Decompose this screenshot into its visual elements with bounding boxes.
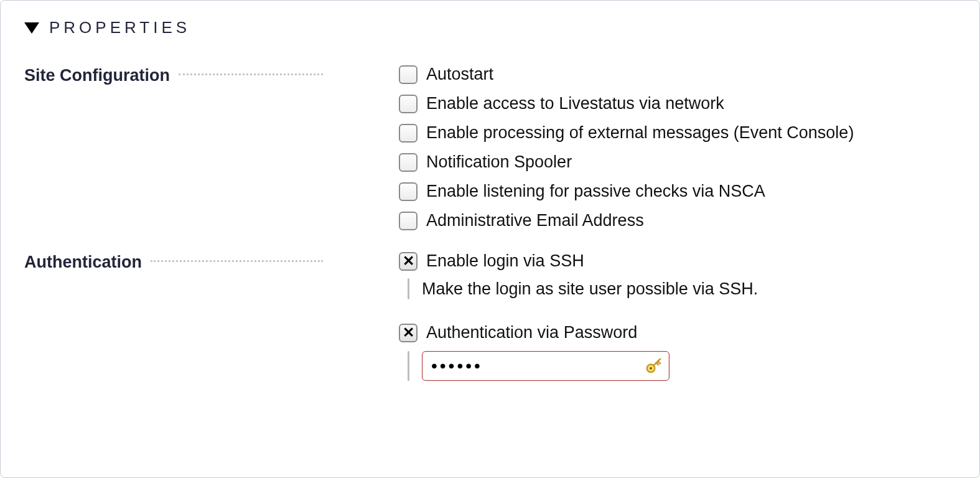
group-label: Site Configuration [24, 65, 323, 85]
option-notification-spooler: Notification Spooler [399, 152, 943, 172]
indent-bar [408, 278, 409, 299]
group-label-text: Authentication [24, 253, 142, 272]
option-label: Enable listening for passive checks via … [426, 182, 765, 201]
checkbox-notification-spooler[interactable] [399, 153, 418, 172]
group-authentication: Authentication ✕ Enable login via SSH Ma… [24, 251, 956, 387]
collapse-triangle-icon[interactable] [24, 22, 39, 34]
option-label: Notification Spooler [426, 152, 572, 172]
ssh-help-line: Make the login as site user possible via… [408, 278, 943, 299]
dotted-leader [151, 260, 323, 262]
checkbox-event-console[interactable] [399, 124, 418, 143]
checkbox-ssh-login[interactable]: ✕ [399, 252, 418, 271]
checkbox-nsca[interactable] [399, 182, 418, 201]
authentication-options: ✕ Enable login via SSH Make the login as… [323, 251, 956, 387]
option-autostart: Autostart [399, 65, 943, 84]
option-nsca: Enable listening for passive checks via … [399, 182, 943, 201]
password-input[interactable] [422, 351, 670, 381]
option-ssh-login: ✕ Enable login via SSH [399, 251, 943, 271]
option-label: Enable processing of external messages (… [426, 123, 854, 143]
section-title: PROPERTIES [49, 18, 190, 37]
password-input-line [408, 350, 943, 382]
site-config-options: Autostart Enable access to Livestatus vi… [323, 65, 956, 230]
checkbox-livestatus[interactable] [399, 95, 418, 113]
option-auth-password: ✕ Authentication via Password [399, 323, 943, 342]
indent-bar [408, 351, 409, 381]
dotted-leader [179, 73, 323, 75]
group-site-configuration: Site Configuration Autostart Enable acce… [24, 65, 956, 230]
properties-panel: PROPERTIES Site Configuration Autostart … [0, 0, 980, 478]
option-label: Enable login via SSH [426, 251, 584, 271]
option-label: Authentication via Password [426, 323, 637, 342]
option-event-console: Enable processing of external messages (… [399, 123, 943, 143]
option-livestatus: Enable access to Livestatus via network [399, 94, 943, 113]
checkbox-admin-email[interactable] [399, 212, 418, 230]
option-label: Administrative Email Address [426, 211, 644, 230]
option-label: Autostart [426, 65, 493, 84]
ssh-help-text: Make the login as site user possible via… [422, 279, 758, 299]
checkbox-auth-password[interactable]: ✕ [399, 324, 418, 342]
section-header[interactable]: PROPERTIES [24, 18, 956, 37]
x-mark-icon: ✕ [403, 254, 414, 268]
password-field-wrap [422, 351, 670, 381]
option-admin-email: Administrative Email Address [399, 211, 943, 230]
group-label-text: Site Configuration [24, 66, 170, 85]
group-label: Authentication [24, 251, 323, 272]
option-label: Enable access to Livestatus via network [426, 94, 724, 113]
x-mark-icon: ✕ [403, 326, 414, 340]
checkbox-autostart[interactable] [399, 65, 418, 84]
